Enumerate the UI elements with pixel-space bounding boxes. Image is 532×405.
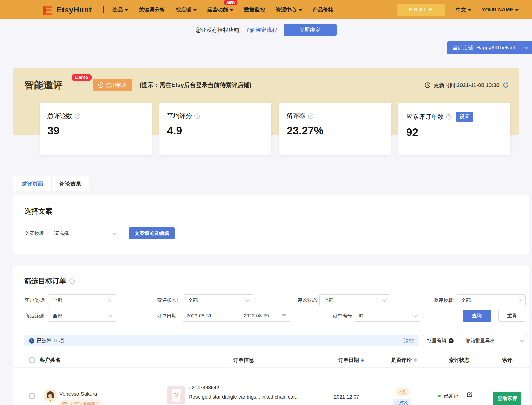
current-shop-label: 当前店铺: HappyAllTheNigh...: [453, 44, 521, 51]
nav-item-product-pricing[interactable]: 产品价格: [313, 6, 333, 13]
page-title: 智能邀评: [24, 80, 63, 90]
nav-item-label: 运营功能: [207, 6, 228, 13]
table-row: Venessa Sakura 留过好评的复购客户 #2147483542 Ros…: [13, 380, 529, 405]
batch-edit-label: 批量编辑: [427, 337, 446, 344]
nav-item-data-monitor[interactable]: 数据监控: [244, 6, 265, 13]
header-label: 订单日期: [338, 352, 359, 368]
stat-card-total-reviews: 总评论数 ? 39: [40, 103, 152, 155]
caret-down-icon: [193, 9, 197, 11]
tab-review-results[interactable]: 评论效果: [51, 176, 89, 191]
chevron-down-icon: [413, 313, 417, 317]
nav-item-label: 选品: [113, 6, 123, 13]
refresh-icon[interactable]: [502, 82, 509, 89]
select-value: 全部: [324, 297, 334, 304]
header-is-reviewed[interactable]: 是否评论: [391, 352, 417, 368]
chevron-down-icon: [518, 298, 522, 302]
settings-button[interactable]: 设置: [456, 112, 473, 122]
reset-button[interactable]: 重置: [498, 310, 526, 322]
brand-name: EtsyHunt: [57, 5, 92, 14]
edit-icon[interactable]: [467, 392, 473, 399]
order-date-range-picker[interactable]: 2023-05-31 ~ 2023-08-29: [183, 310, 290, 322]
brand-logo[interactable]: EtsyHunt: [41, 4, 92, 16]
stat-label: 应索评订单数: [406, 113, 444, 121]
tab-invite-page[interactable]: 邀评页面: [13, 176, 51, 191]
sort-icons[interactable]: [361, 358, 364, 362]
select-all-checkbox[interactable]: [29, 357, 35, 363]
view-request-button[interactable]: 查看索评: [493, 392, 521, 405]
bind-now-button[interactable]: 立即绑定: [284, 24, 337, 36]
section-title: 筛选目标订单: [24, 276, 66, 286]
customer-type-label: 客户类型:: [24, 294, 45, 306]
question-circle-icon[interactable]: ?: [75, 113, 80, 119]
selected-suffix: 项: [59, 337, 64, 344]
email-export-select[interactable]: 邮箱批量导出: [461, 335, 528, 346]
select-value: 请选择: [54, 230, 69, 237]
clock-icon: [425, 82, 431, 88]
filter-orders-section: 筛选目标订单 ? 客户类型: 全部 索评状态: 全部 评论状态: 全部 邀评模板…: [13, 266, 529, 405]
date-end-value[interactable]: 2023-08-29: [244, 313, 269, 319]
request-status-select[interactable]: 全部: [184, 294, 253, 306]
header-order-date[interactable]: 订单日期: [338, 352, 364, 368]
customer-avatar: [44, 389, 57, 402]
customer-type-select[interactable]: 全部: [48, 294, 116, 306]
status-dot-icon: [438, 395, 441, 397]
header-customer-name: 客户姓名: [40, 352, 60, 368]
info-circle-icon: !: [29, 338, 34, 344]
copy-preview-edit-button[interactable]: 文案预览及编辑: [129, 227, 175, 239]
customer-tag: 留过好评的复购客户: [59, 400, 102, 405]
copy-template-select[interactable]: 请选择: [50, 228, 120, 239]
nav-item-operation-tools[interactable]: 运营功能 NEW: [207, 6, 233, 13]
product-filter-select[interactable]: 全部: [48, 310, 116, 322]
row-checkbox[interactable]: [29, 393, 35, 399]
language-switcher[interactable]: 中文: [456, 6, 471, 13]
chevron-down-icon: [112, 231, 116, 235]
invite-template-label: 邀评模板:: [433, 294, 454, 306]
stat-card-average-rating: 平均评分 ? 4.9: [159, 103, 271, 155]
clear-selection-link[interactable]: 清空: [404, 337, 414, 344]
etsyhunt-logo-icon: [41, 4, 53, 16]
search-button[interactable]: 查询: [463, 310, 491, 322]
selection-info-bar: ! 已选择 0 项 清空: [24, 335, 419, 346]
question-circle-icon[interactable]: ?: [446, 114, 452, 120]
smart-review-banner: 智能邀评 Demo ? 使用帮助 (提示：需在Etsy后台登录当前待索评店铺) …: [13, 68, 519, 135]
select-value: 全部: [188, 297, 198, 304]
learn-binding-link[interactable]: 了解绑定流程: [245, 26, 277, 34]
select-value: 邮箱批量导出: [465, 337, 495, 344]
invite-template-select[interactable]: 全部: [457, 294, 526, 306]
caret-down-icon: [299, 9, 302, 11]
batch-edit-button[interactable]: 批量编辑 ?: [423, 335, 457, 346]
review-status-select[interactable]: 全部: [319, 294, 390, 306]
nav-item-label: 数据监控: [244, 6, 265, 13]
chevron-down-icon: [108, 313, 113, 317]
esale-button[interactable]: ESALE: [397, 4, 445, 16]
customer-name: Venessa Sakura: [59, 391, 97, 397]
auth-banner: 您还没有授权店铺， 了解绑定流程 立即绑定: [0, 19, 532, 36]
nav-item-resource-center[interactable]: 资源中心: [276, 6, 302, 13]
question-circle-icon[interactable]: ?: [308, 113, 313, 119]
question-circle-icon[interactable]: ?: [69, 278, 75, 284]
user-menu[interactable]: YOUR NAME: [482, 7, 519, 13]
demo-badge: Demo: [72, 74, 92, 81]
caret-down-icon: [230, 9, 233, 11]
header-request-status: 索评状态: [449, 352, 470, 368]
username-label: YOUR NAME: [482, 7, 513, 13]
nav-item-shop-finder[interactable]: 找店铺: [176, 6, 197, 13]
content-tabs: 邀评页面 评论效果: [13, 176, 89, 191]
question-circle-icon: ?: [449, 338, 454, 343]
stat-card-review-rate: 留评率 ? 23.27%: [279, 103, 391, 155]
order-number-select[interactable]: ID: [354, 310, 421, 322]
help-button[interactable]: ? 使用帮助: [93, 79, 132, 91]
stat-label: 平均评分: [167, 112, 192, 120]
stat-value: 4.9: [167, 125, 264, 137]
chevron-down-icon: [520, 338, 524, 342]
product-filter-label: 商品筛选:: [24, 310, 45, 322]
sort-icons[interactable]: [414, 358, 417, 362]
selected-prefix: 已选择: [37, 337, 52, 344]
current-shop-selector[interactable]: 当前店铺: HappyAllTheNigh...: [447, 41, 532, 54]
nav-item-keyword-analysis[interactable]: 关键词分析: [139, 6, 165, 13]
orders-table-header: 客户姓名 订单信息 订单日期 是否评论 索评状态 索评: [13, 352, 529, 368]
question-circle-icon[interactable]: ?: [194, 113, 200, 119]
nav-item-product-picking[interactable]: 选品: [113, 6, 128, 13]
caret-down-icon: [468, 9, 471, 11]
date-start-value[interactable]: 2023-05-31: [186, 313, 212, 319]
